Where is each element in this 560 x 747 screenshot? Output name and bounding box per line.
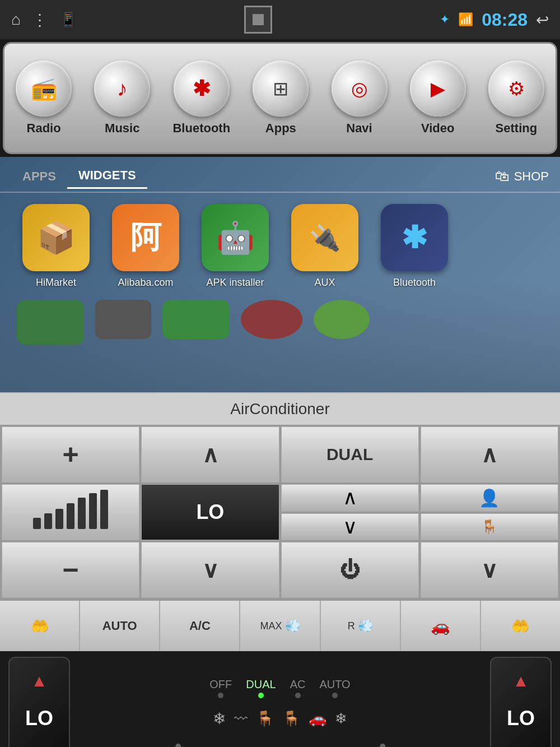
- navi-icon-circle: ◎: [332, 61, 388, 117]
- menu-icon[interactable]: ⋮: [32, 11, 49, 29]
- nav-bluetooth[interactable]: ✱ Bluetooth: [172, 61, 230, 136]
- wifi-icon: 📶: [458, 12, 473, 27]
- ac-max-defrost-button[interactable]: MAX 💨: [240, 601, 320, 651]
- nav-setting-label: Setting: [496, 121, 538, 136]
- video-icon-circle: ▶: [410, 61, 466, 117]
- phone-icon[interactable]: 📱: [60, 12, 77, 27]
- ac-ac-button[interactable]: A/C: [160, 601, 240, 651]
- phys-off-label: OFF: [209, 678, 232, 691]
- apps-grid: 📦 HiMarket 阿 Alibaba.com 🤖 APK installer…: [0, 193, 560, 300]
- radio-icon-circle: 📻: [16, 61, 72, 117]
- ac-auto-button[interactable]: AUTO: [80, 601, 160, 651]
- nav-music[interactable]: ♪ Music: [94, 61, 150, 136]
- ac-heat-seat-right-button[interactable]: 🤲: [481, 601, 560, 651]
- phys-heat-seat2-icon[interactable]: 🪑: [282, 710, 300, 727]
- bluetooth-app-label: Bluetooth: [393, 277, 436, 289]
- ac-up-right-button[interactable]: ∧: [421, 426, 558, 482]
- nav-navi[interactable]: ◎ Navi: [332, 61, 388, 136]
- tab-apps[interactable]: APPS: [11, 165, 67, 188]
- apps-bottom-row: [0, 300, 560, 345]
- ac-vent-up-button[interactable]: ∧: [281, 484, 419, 512]
- status-bar-right: ✦ 📶 08:28 ↩: [440, 10, 549, 30]
- left-temp-up-button[interactable]: ▲: [31, 671, 48, 690]
- ac-recirculate-button[interactable]: 🚗: [401, 601, 481, 651]
- app-alibaba[interactable]: 阿 Alibaba.com: [106, 204, 185, 289]
- ac-dual-button[interactable]: DUAL: [281, 426, 419, 482]
- phys-dual-dot: [258, 693, 264, 698]
- home-icon[interactable]: ⌂: [11, 11, 21, 29]
- app-partial-gray[interactable]: [95, 300, 151, 339]
- phys-fan-left-icon[interactable]: ✿: [170, 739, 186, 747]
- right-temp-knob[interactable]: ▲ LO ▼: [490, 657, 552, 747]
- fan-bar-6: [89, 493, 97, 529]
- ac-heat-seat-left-button[interactable]: 🤲: [0, 601, 80, 651]
- ac-person-icon: 👤: [421, 484, 558, 512]
- fan-bar-2: [44, 513, 52, 529]
- phys-auto-label: AUTO: [319, 678, 350, 691]
- app-apkinstaller[interactable]: 🤖 APK installer: [196, 204, 274, 289]
- max-defrost-icon: 💨: [285, 619, 300, 633]
- phys-auto-indicator: AUTO: [319, 678, 350, 698]
- auto-label: AUTO: [102, 619, 137, 633]
- phys-car-icon[interactable]: 🚗: [309, 710, 326, 727]
- phys-off-indicator: OFF: [209, 678, 232, 698]
- phys-dual-label: DUAL: [246, 678, 276, 691]
- ac-lo-left-button[interactable]: LO: [141, 484, 279, 540]
- recirculate-icon: 🚗: [431, 617, 450, 635]
- phys-dual-indicator: DUAL: [246, 678, 276, 698]
- nav-video[interactable]: ▶ Video: [410, 61, 466, 136]
- phys-auto-dot: [332, 693, 338, 698]
- phys-defrost-front-icon[interactable]: ❄: [213, 709, 226, 728]
- ac-plus-button[interactable]: +: [2, 426, 139, 482]
- ac-rear-defrost-button[interactable]: R 💨: [321, 601, 401, 651]
- ac-power-button[interactable]: ⏻: [281, 542, 419, 598]
- phys-heat-seat-icon[interactable]: 🪑: [256, 710, 274, 727]
- app-himarket[interactable]: 📦 HiMarket: [17, 204, 95, 289]
- apps-icon-circle: ⊞: [253, 61, 309, 117]
- himarket-label: HiMarket: [36, 277, 76, 289]
- app-partial-green3[interactable]: [314, 300, 370, 339]
- app-aux[interactable]: 🔌 AUX: [286, 204, 364, 289]
- nav-navi-label: Navi: [346, 121, 372, 136]
- status-bar-left: ⌂ ⋮ 📱: [11, 11, 77, 29]
- nav-setting[interactable]: ⚙ Setting: [488, 61, 544, 136]
- app-partial-red[interactable]: [241, 300, 302, 339]
- nav-apps-label: Apps: [265, 121, 296, 136]
- ac-down-right-button[interactable]: ∨: [421, 542, 558, 598]
- bluetooth-icon-circle: ✱: [174, 61, 230, 117]
- fan-bars: [25, 493, 116, 532]
- apk-label: APK installer: [206, 277, 264, 289]
- stop-square: [253, 14, 264, 25]
- phys-fan-right-icon[interactable]: ✿: [375, 739, 390, 747]
- ac-vent-down-button[interactable]: ∨: [281, 513, 419, 541]
- tab-widgets[interactable]: WIDGETS: [67, 164, 147, 189]
- phys-status-row: OFF DUAL AC AUTO: [209, 670, 350, 704]
- app-bluetooth[interactable]: ✱ Bluetooth: [375, 204, 454, 289]
- app-partial-green2[interactable]: [162, 300, 230, 339]
- ac-up-left-button[interactable]: ∧: [141, 426, 279, 482]
- status-bar: ⌂ ⋮ 📱 ✦ 📶 08:28 ↩: [0, 0, 560, 39]
- back-icon[interactable]: ↩: [536, 11, 549, 29]
- ac-minus-button[interactable]: −: [2, 542, 139, 598]
- nav-radio[interactable]: 📻 Radio: [16, 61, 72, 136]
- right-temp-up-button[interactable]: ▲: [512, 671, 529, 690]
- ac-func-row: 🤲 AUTO A/C MAX 💨 R 💨 🚗 🤲: [0, 600, 560, 651]
- ac-fan-speed: [2, 484, 139, 540]
- nav-bluetooth-label: Bluetooth: [172, 121, 230, 136]
- fan-bar-4: [67, 503, 74, 529]
- bluetooth-app-icon: ✱: [381, 204, 448, 271]
- shop-button[interactable]: 🛍 SHOP: [495, 168, 549, 185]
- app-partial-green[interactable]: [17, 300, 84, 345]
- heat-seat-right-icon: 🤲: [511, 618, 529, 635]
- ac-section: + ∧ DUAL ∧ LO ∧ ∨ 👤 🪑: [0, 425, 560, 651]
- nav-apps[interactable]: ⊞ Apps: [253, 61, 309, 136]
- stop-button[interactable]: [244, 6, 272, 34]
- alibaba-label: Alibaba.com: [118, 277, 173, 289]
- left-temp-knob[interactable]: ▲ LO ▼: [8, 657, 70, 747]
- ac-down-left-button[interactable]: ∨: [141, 542, 279, 598]
- phys-wave-icon[interactable]: 〰: [234, 711, 248, 727]
- clock: 08:28: [482, 10, 528, 30]
- phys-defrost-rear-icon[interactable]: ❄: [335, 710, 347, 727]
- right-temp-display: LO: [507, 707, 535, 730]
- max-label: MAX: [260, 620, 282, 632]
